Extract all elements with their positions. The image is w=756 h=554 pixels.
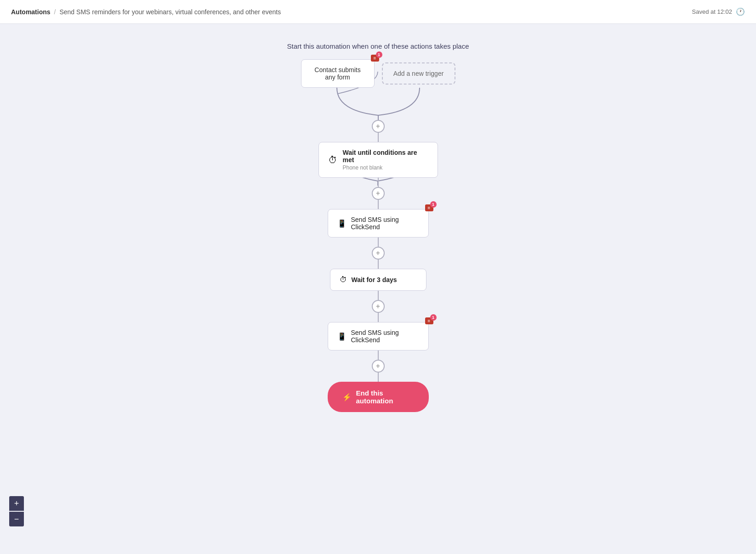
trigger-converge-area	[300, 88, 456, 120]
condition-node[interactable]: ⏱ Wait until conditions are met Phone no…	[318, 142, 438, 178]
sms2-badge: ≡ 1	[425, 317, 433, 324]
header-right: Saved at 12:02 🕐	[692, 7, 745, 16]
trigger1-label: Contact submits any form	[314, 66, 360, 81]
trigger2-node[interactable]: Add a new trigger	[382, 62, 455, 85]
add-button-2[interactable]: +	[372, 187, 385, 200]
add-button-5[interactable]: +	[372, 360, 385, 373]
connector-5	[378, 260, 379, 269]
sms1-badge-icon: ≡ 1	[425, 204, 433, 211]
automation-canvas: Start this automation when one of these …	[0, 24, 756, 554]
flow-header-text: Start this automation when one of these …	[287, 42, 469, 50]
page-subtitle: Send SMS reminders for your webinars, vi…	[59, 8, 281, 16]
connector-1	[378, 133, 379, 142]
connector-8	[378, 350, 379, 360]
connector-4	[378, 237, 379, 247]
flow-container: Start this automation when one of these …	[263, 42, 493, 412]
clock-condition-icon: ⏱	[328, 155, 337, 165]
app-header: Automations / Send SMS reminders for you…	[0, 0, 756, 24]
trigger2-label: Add a new trigger	[393, 70, 444, 77]
sms2-badge-count: 1	[430, 314, 437, 321]
sms1-node[interactable]: 📱 Send SMS using ClickSend	[328, 209, 429, 237]
add-button-3[interactable]: +	[372, 247, 385, 260]
clock-wait-icon: ⏱	[340, 276, 347, 284]
trigger1-wrapper: Contact submits any form ≡ 1	[301, 59, 375, 88]
end-node[interactable]: ⚡ End this automation	[328, 382, 429, 412]
breadcrumb: Automations / Send SMS reminders for you…	[11, 8, 281, 16]
end-label: End this automation	[356, 389, 414, 405]
zoom-out-button[interactable]: −	[9, 512, 24, 526]
trigger1-node[interactable]: Contact submits any form	[301, 59, 375, 88]
sms2-icon: 📱	[337, 332, 347, 341]
trigger1-badge-count: 1	[376, 51, 382, 58]
sms2-node[interactable]: 📱 Send SMS using ClickSend	[328, 322, 429, 350]
clock-icon: 🕐	[736, 7, 745, 16]
connector-6	[378, 291, 379, 300]
sms2-wrapper: 📱 Send SMS using ClickSend ≡ 1	[328, 322, 429, 350]
end-icon: ⚡	[342, 393, 352, 401]
sms1-label: Send SMS using ClickSend	[351, 216, 419, 231]
connector-2	[378, 178, 379, 187]
converge-svg	[300, 88, 456, 120]
sms1-badge-count: 1	[430, 201, 437, 208]
trigger1-badge: ≡ 1	[371, 55, 379, 62]
zoom-in-button[interactable]: +	[9, 496, 24, 511]
sms1-wrapper: 📱 Send SMS using ClickSend ≡ 1	[328, 209, 429, 237]
trigger1-badge-icon: ≡ 1	[371, 55, 379, 62]
automations-link[interactable]: Automations	[11, 8, 51, 16]
zoom-controls: + −	[9, 496, 24, 526]
add-button-1[interactable]: +	[372, 120, 385, 133]
connector-3	[378, 200, 379, 209]
sms2-label: Send SMS using ClickSend	[351, 329, 419, 344]
trigger-row: Contact submits any form ≡ 1 Add a new t…	[301, 59, 455, 88]
add-button-4[interactable]: +	[372, 300, 385, 313]
saved-text: Saved at 12:02	[692, 8, 732, 15]
wait-label: Wait for 3 days	[352, 276, 397, 283]
wait-node[interactable]: ⏱ Wait for 3 days	[330, 269, 426, 291]
connector-7	[378, 313, 379, 322]
sms1-icon: 📱	[337, 219, 347, 228]
sms1-badge: ≡ 1	[425, 204, 433, 211]
condition-title: Wait until conditions are met	[343, 149, 428, 164]
condition-subtitle: Phone not blank	[343, 164, 428, 171]
breadcrumb-separator: /	[54, 8, 56, 16]
sms2-badge-icon: ≡ 1	[425, 317, 433, 324]
connector-9	[378, 373, 379, 382]
